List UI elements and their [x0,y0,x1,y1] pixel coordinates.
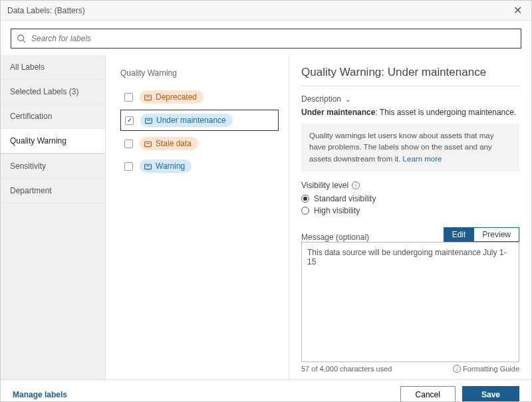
sidebar-item-selected-labels[interactable]: Selected Labels (3) [1,80,105,104]
radio-icon [301,195,309,203]
sidebar-item-sensitivity[interactable]: Sensitivity [1,154,105,179]
message-footer: 57 of 4,000 characters used Formatting G… [301,365,519,373]
chevron-down-icon: ⌄ [345,96,350,103]
svg-line-1 [23,41,26,43]
search-box[interactable] [11,29,521,49]
close-icon[interactable]: ✕ [511,4,525,17]
message-label: Message (optional) [301,233,369,242]
label-pill: Under maintenance [140,114,233,127]
svg-rect-2 [145,95,152,100]
radio-icon [301,207,309,215]
search-icon [17,34,26,43]
checkbox[interactable] [124,93,133,102]
svg-point-0 [18,35,24,41]
sidebar-item-certification[interactable]: Certification [1,104,105,129]
tab-preview[interactable]: Preview [473,227,519,242]
label-row-under-maintenance[interactable]: Under maintenance [120,110,279,131]
description-name: Under maintenance [301,108,375,117]
svg-rect-6 [145,142,152,146]
labels-list-title: Quality Warning [120,68,279,78]
label-pill: Stale data [140,137,198,150]
label-pill: Deprecated [140,90,203,104]
titlebar: Data Labels: (Batters) ✕ [1,1,531,21]
search-input[interactable] [30,33,515,44]
message-tabs: Edit Preview [444,227,519,242]
char-count: 57 of 4,000 characters used [301,365,392,373]
label-row-stale-data[interactable]: Stale data [120,134,279,153]
checkbox[interactable] [125,116,134,125]
dialog-footer: Manage labels Cancel Save [1,379,531,402]
formatting-guide-link[interactable]: Formatting Guide [453,365,519,373]
description-text: : This asset is undergoing maintenance. [375,108,516,117]
radio-label: Standard visibility [314,194,376,203]
save-button[interactable]: Save [462,386,519,403]
info-icon [453,365,461,373]
footer-buttons: Cancel Save [400,386,519,403]
manage-labels-link[interactable]: Manage labels [13,390,67,399]
description-toggle[interactable]: Description ⌄ [301,94,519,104]
label-row-warning[interactable]: Warning [120,156,279,176]
sidebar-item-quality-warning[interactable]: Quality Warning [1,129,105,154]
label-text: Stale data [156,139,192,148]
label-text: Warning [156,161,185,171]
visibility-level-label: Visibility level [301,181,519,190]
radio-high-visibility[interactable]: High visibility [301,206,519,215]
warning-icon [144,140,152,148]
warning-icon [144,162,152,171]
sidebar-item-department[interactable]: Department [1,179,105,203]
info-text: Quality warnings let users know about as… [309,132,493,163]
radio-label: High visibility [314,206,360,215]
search-area [1,21,531,55]
dialog-body: All Labels Selected Labels (3) Certifica… [1,55,531,379]
sidebar: All Labels Selected Labels (3) Certifica… [1,55,106,379]
tab-edit[interactable]: Edit [444,227,474,242]
label-text: Deprecated [156,92,197,102]
dialog-title: Data Labels: (Batters) [7,6,85,15]
radio-standard-visibility[interactable]: Standard visibility [301,194,519,203]
detail-panel: Quality Warning: Under maintenance Descr… [289,55,531,379]
description-label: Description [301,94,341,104]
cancel-button[interactable]: Cancel [400,386,456,403]
checkbox[interactable] [124,162,133,171]
learn-more-link[interactable]: Learn more [403,155,442,163]
detail-title: Quality Warning: Under maintenance [301,66,519,86]
svg-rect-8 [145,164,152,169]
checkbox[interactable] [124,140,133,148]
message-header: Message (optional) Edit Preview [301,227,519,242]
maintenance-icon [144,116,153,125]
labels-list-panel: Quality Warning Deprecated Under mainten… [106,55,289,379]
warning-icon [144,93,152,102]
svg-rect-4 [146,118,152,123]
info-box: Quality warnings let users know about as… [301,124,519,171]
label-row-deprecated[interactable]: Deprecated [120,87,279,107]
message-textarea[interactable] [301,242,519,362]
sidebar-item-all-labels[interactable]: All Labels [1,55,105,80]
label-text: Under maintenance [156,116,226,125]
label-pill: Warning [140,159,192,173]
info-icon[interactable] [352,181,360,189]
description-line: Under maintenance: This asset is undergo… [301,108,519,117]
